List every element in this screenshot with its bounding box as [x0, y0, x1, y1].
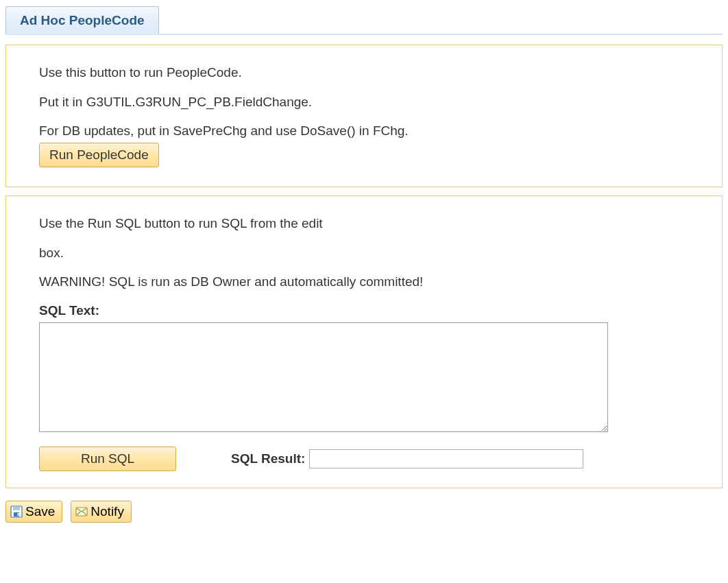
peoplecode-instr-3: For DB updates, put in SavePreChg and us…	[39, 123, 689, 140]
notify-button-label: Notify	[90, 504, 124, 519]
save-icon	[10, 505, 23, 518]
notify-icon	[75, 505, 88, 518]
tab-ad-hoc-peoplecode[interactable]: Ad Hoc PeopleCode	[5, 6, 159, 34]
sql-result-label: SQL Result:	[231, 451, 305, 466]
svg-rect-1	[13, 507, 20, 510]
sql-groupbox: Use the Run SQL button to run SQL from t…	[5, 195, 723, 488]
sql-result-input[interactable]	[309, 449, 583, 468]
notify-button[interactable]: Notify	[71, 501, 132, 523]
peoplecode-instr-2: Put it in G3UTIL.G3RUN_PC_PB.FieldChange…	[39, 94, 689, 111]
run-peoplecode-button[interactable]: Run PeopleCode	[39, 143, 159, 167]
sql-instr-2: box.	[39, 245, 689, 262]
save-button-label: Save	[25, 504, 55, 519]
sql-instr-3: WARNING! SQL is run as DB Owner and auto…	[39, 274, 689, 291]
peoplecode-instr-1: Use this button to run PeopleCode.	[39, 64, 689, 82]
footer-toolbar: Save Notify	[5, 501, 723, 523]
sql-text-label: SQL Text:	[39, 303, 689, 318]
run-sql-button[interactable]: Run SQL	[39, 447, 176, 471]
sql-text-input[interactable]	[39, 322, 608, 432]
peoplecode-groupbox: Use this button to run PeopleCode. Put i…	[5, 45, 723, 187]
sql-instr-1: Use the Run SQL button to run SQL from t…	[39, 215, 689, 233]
svg-rect-3	[18, 513, 19, 516]
save-button[interactable]: Save	[5, 501, 62, 523]
